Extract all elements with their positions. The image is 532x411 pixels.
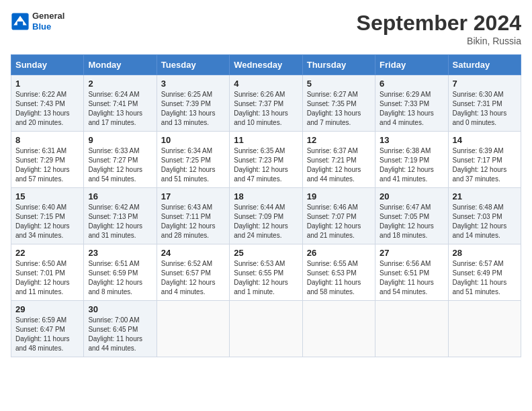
sunrise-label: Sunrise: 7:00 AM: [88, 316, 139, 324]
sunset-label: Sunset: 7:15 PM: [15, 213, 65, 220]
sunset-label: Sunset: 7:35 PM: [307, 100, 357, 107]
sunrise-label: Sunrise: 6:26 AM: [234, 91, 285, 98]
day-number: 28: [453, 248, 517, 258]
sunset-label: Sunset: 7:19 PM: [380, 156, 429, 164]
sunrise-label: Sunrise: 6:47 AM: [380, 203, 431, 211]
header-day-wednesday: Wednesday: [230, 55, 302, 75]
day-number: 17: [161, 191, 225, 201]
day-number: 22: [15, 248, 79, 258]
sunrise-label: Sunrise: 6:42 AM: [88, 203, 139, 211]
logo-text: General Blue: [32, 11, 64, 32]
daylight-label: Daylight: 12 hours and 57 minutes.: [15, 166, 70, 183]
daylight-label: Daylight: 11 hours and 54 minutes.: [380, 279, 434, 295]
day-info: Sunrise: 6:59 AM Sunset: 6:47 PM Dayligh…: [15, 316, 79, 353]
day-number: 14: [453, 135, 517, 145]
day-info: Sunrise: 6:42 AM Sunset: 7:13 PM Dayligh…: [88, 203, 152, 240]
day-number: 16: [88, 191, 152, 201]
daylight-label: Daylight: 11 hours and 51 minutes.: [453, 279, 507, 295]
daylight-label: Daylight: 13 hours and 0 minutes.: [453, 109, 507, 126]
day-number: 10: [161, 135, 225, 145]
sunrise-label: Sunrise: 6:25 AM: [161, 91, 212, 98]
calendar-cell: 16 Sunrise: 6:42 AM Sunset: 7:13 PM Dayl…: [84, 188, 157, 244]
day-number: 13: [380, 135, 443, 145]
day-info: Sunrise: 6:29 AM Sunset: 7:33 PM Dayligh…: [380, 90, 443, 128]
sunset-label: Sunset: 6:57 PM: [161, 269, 211, 277]
sunrise-label: Sunrise: 6:24 AM: [88, 91, 139, 98]
daylight-label: Daylight: 13 hours and 13 minutes.: [161, 109, 216, 126]
daylight-label: Daylight: 12 hours and 1 minute.: [234, 279, 288, 295]
day-number: 15: [15, 191, 79, 201]
daylight-label: Daylight: 12 hours and 47 minutes.: [234, 166, 288, 183]
logo: General Blue: [11, 11, 64, 32]
header-day-friday: Friday: [375, 55, 448, 75]
calendar-cell: 21 Sunrise: 6:48 AM Sunset: 7:03 PM Dayl…: [448, 188, 521, 244]
calendar-cell: 15 Sunrise: 6:40 AM Sunset: 7:15 PM Dayl…: [11, 188, 84, 244]
daylight-label: Daylight: 12 hours and 34 minutes.: [15, 222, 70, 239]
calendar-cell: [230, 301, 302, 357]
calendar-cell: 30 Sunrise: 7:00 AM Sunset: 6:45 PM Dayl…: [84, 301, 157, 357]
sunrise-label: Sunrise: 6:51 AM: [88, 260, 139, 267]
calendar-cell: 26 Sunrise: 6:55 AM Sunset: 6:53 PM Dayl…: [302, 244, 375, 301]
sunrise-label: Sunrise: 6:38 AM: [380, 147, 431, 154]
header-day-monday: Monday: [84, 55, 157, 75]
sunrise-label: Sunrise: 6:56 AM: [380, 260, 431, 267]
daylight-label: Daylight: 11 hours and 48 minutes.: [15, 335, 70, 352]
day-info: Sunrise: 7:00 AM Sunset: 6:45 PM Dayligh…: [88, 316, 152, 353]
sunrise-label: Sunrise: 6:50 AM: [15, 260, 66, 267]
sunset-label: Sunset: 7:21 PM: [307, 156, 357, 164]
day-info: Sunrise: 6:50 AM Sunset: 7:01 PM Dayligh…: [15, 259, 79, 297]
day-info: Sunrise: 6:27 AM Sunset: 7:35 PM Dayligh…: [307, 90, 371, 128]
location: Bikin, Russia: [357, 36, 521, 46]
sunset-label: Sunset: 7:43 PM: [15, 100, 65, 107]
sunset-label: Sunset: 7:23 PM: [234, 156, 283, 164]
calendar-cell: 5 Sunrise: 6:27 AM Sunset: 7:35 PM Dayli…: [302, 75, 375, 132]
week-row-3: 15 Sunrise: 6:40 AM Sunset: 7:15 PM Dayl…: [11, 188, 521, 244]
calendar-cell: 7 Sunrise: 6:30 AM Sunset: 7:31 PM Dayli…: [448, 75, 521, 132]
day-number: 1: [15, 79, 79, 89]
sunset-label: Sunset: 7:31 PM: [453, 100, 502, 107]
header-day-sunday: Sunday: [11, 55, 84, 75]
calendar-cell: 3 Sunrise: 6:25 AM Sunset: 7:39 PM Dayli…: [157, 75, 229, 132]
calendar-cell: 28 Sunrise: 6:57 AM Sunset: 6:49 PM Dayl…: [448, 244, 521, 301]
daylight-label: Daylight: 12 hours and 14 minutes.: [453, 222, 507, 239]
sunrise-label: Sunrise: 6:37 AM: [307, 147, 358, 154]
sunset-label: Sunset: 7:05 PM: [380, 213, 429, 220]
daylight-label: Daylight: 12 hours and 4 minutes.: [161, 279, 216, 295]
page-header: General Blue September 2024 Bikin, Russi…: [11, 11, 521, 46]
sunrise-label: Sunrise: 6:30 AM: [453, 91, 504, 98]
sunrise-label: Sunrise: 6:40 AM: [15, 203, 66, 211]
logo-icon: [11, 12, 30, 31]
daylight-label: Daylight: 13 hours and 20 minutes.: [15, 109, 70, 126]
day-number: 18: [234, 191, 298, 201]
sunset-label: Sunset: 7:03 PM: [453, 213, 502, 220]
sunset-label: Sunset: 7:37 PM: [234, 100, 283, 107]
day-info: Sunrise: 6:48 AM Sunset: 7:03 PM Dayligh…: [453, 203, 517, 240]
day-number: 5: [307, 79, 371, 89]
sunrise-label: Sunrise: 6:27 AM: [307, 91, 358, 98]
sunrise-label: Sunrise: 6:46 AM: [307, 203, 358, 211]
sunset-label: Sunset: 7:13 PM: [88, 213, 138, 220]
daylight-label: Daylight: 12 hours and 31 minutes.: [88, 222, 142, 239]
day-info: Sunrise: 6:53 AM Sunset: 6:55 PM Dayligh…: [234, 259, 298, 297]
header-day-saturday: Saturday: [448, 55, 521, 75]
logo-line1: General: [32, 11, 64, 21]
day-info: Sunrise: 6:39 AM Sunset: 7:17 PM Dayligh…: [453, 146, 517, 184]
day-number: 12: [307, 135, 371, 145]
day-number: 3: [161, 79, 225, 89]
calendar-cell: 18 Sunrise: 6:44 AM Sunset: 7:09 PM Dayl…: [230, 188, 302, 244]
sunset-label: Sunset: 7:09 PM: [234, 213, 283, 220]
daylight-label: Daylight: 12 hours and 51 minutes.: [161, 166, 216, 183]
daylight-label: Daylight: 12 hours and 21 minutes.: [307, 222, 361, 239]
day-info: Sunrise: 6:43 AM Sunset: 7:11 PM Dayligh…: [161, 203, 225, 240]
calendar-cell: 9 Sunrise: 6:33 AM Sunset: 7:27 PM Dayli…: [84, 132, 157, 188]
calendar-cell: 24 Sunrise: 6:52 AM Sunset: 6:57 PM Dayl…: [157, 244, 229, 301]
calendar-cell: 19 Sunrise: 6:46 AM Sunset: 7:07 PM Dayl…: [302, 188, 375, 244]
day-number: 2: [88, 79, 152, 89]
day-info: Sunrise: 6:33 AM Sunset: 7:27 PM Dayligh…: [88, 146, 152, 184]
day-number: 24: [161, 248, 225, 258]
calendar-cell: 22 Sunrise: 6:50 AM Sunset: 7:01 PM Dayl…: [11, 244, 84, 301]
sunrise-label: Sunrise: 6:39 AM: [453, 147, 504, 154]
header-row: SundayMondayTuesdayWednesdayThursdayFrid…: [11, 55, 521, 75]
daylight-label: Daylight: 11 hours and 44 minutes.: [88, 335, 142, 352]
daylight-label: Daylight: 12 hours and 41 minutes.: [380, 166, 434, 183]
